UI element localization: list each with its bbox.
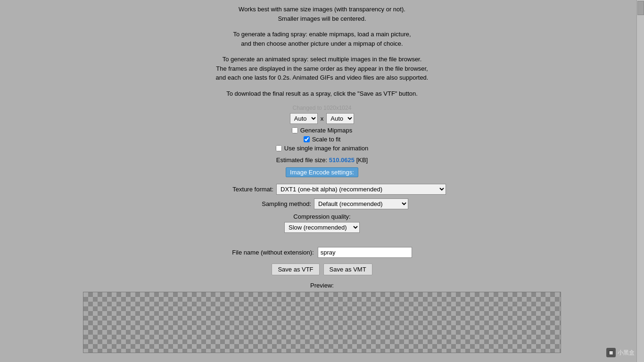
single-image-label: Use single image for animation <box>284 145 368 152</box>
watermark-icon: 🔲 <box>606 348 616 357</box>
info-line8: To download the final result as a spray,… <box>16 89 628 99</box>
estimated-row: Estimated file size: 510.0625 [KB] <box>16 156 628 164</box>
file-name-row: File name (without extension): <box>16 247 628 258</box>
file-name-label: File name (without extension): <box>232 249 314 256</box>
watermark: 🔲 小黑盒 <box>606 348 635 357</box>
scrollbar-thumb[interactable] <box>637 1 644 15</box>
generate-mipmaps-label: Generate Mipmaps <box>300 127 353 134</box>
scale-to-fit-checkbox[interactable] <box>304 136 310 142</box>
file-size-unit: [KB] <box>356 156 368 164</box>
preview-area <box>83 292 561 353</box>
save-vmt-button[interactable]: Save as VMT <box>323 263 372 275</box>
info-line3: To generate a fading spray: enable mipma… <box>16 30 628 39</box>
info-line6: The frames are displayed in the same ord… <box>16 64 628 74</box>
sampling-method-select[interactable]: Default (recommended) Point Bilinear Bic… <box>314 198 408 209</box>
texture-format-label: Texture format: <box>198 186 273 193</box>
single-image-row: Use single image for animation <box>16 145 628 152</box>
file-size-value: 510.0625 <box>329 156 355 164</box>
sampling-method-row: Sampling method: Default (recommended) P… <box>16 198 628 209</box>
compression-quality-label: Compression quality: <box>16 213 628 220</box>
info-line4: and then choose another picture under a … <box>16 39 628 49</box>
height-select[interactable]: Auto 16 32 64 128 256 512 1024 <box>326 113 354 124</box>
info-line5: To generate an animated spray: select mu… <box>16 55 628 64</box>
info-animated: To generate an animated spray: select mu… <box>16 55 628 82</box>
info-line1: Works best with same size images (with t… <box>16 5 628 14</box>
compression-section: Compression quality: Slow (recommended) … <box>16 213 628 233</box>
page-container: Works best with same size images (with t… <box>0 0 644 362</box>
file-name-input[interactable] <box>318 247 412 258</box>
info-block: Works best with same size images (with t… <box>16 5 628 23</box>
width-select[interactable]: Auto 16 32 64 128 256 512 1024 <box>290 113 318 124</box>
texture-format-select[interactable]: DXT1 (one-bit alpha) (recommended) DXT3 … <box>276 184 446 195</box>
watermark-text: 小黑盒 <box>618 349 635 357</box>
main-content: Works best with same size images (with t… <box>6 0 638 358</box>
changed-label: Changed to 1020x1024 <box>16 105 628 111</box>
generate-mipmaps-checkbox[interactable] <box>292 127 298 133</box>
info-line7: and each one lasts for 0.2s. Animated GI… <box>16 73 628 82</box>
info-fading: To generate a fading spray: enable mipma… <box>16 30 628 48</box>
sampling-method-label: Sampling method: <box>236 200 311 207</box>
save-vtf-button[interactable]: Save as VTF <box>272 263 319 275</box>
estimated-label: Estimated file size: <box>276 156 327 164</box>
texture-format-row: Texture format: DXT1 (one-bit alpha) (re… <box>16 184 628 195</box>
scale-to-fit-row: Scale to fit <box>16 136 628 143</box>
scrollbar[interactable] <box>636 0 644 362</box>
info-line2: Smaller images will be centered. <box>16 14 628 24</box>
x-separator: x <box>321 115 324 122</box>
encode-settings-button[interactable]: Image Encode settings: <box>286 167 358 177</box>
size-row: Auto 16 32 64 128 256 512 1024 x Auto 16… <box>16 113 628 124</box>
compression-quality-select[interactable]: Slow (recommended) Normal Fast <box>284 222 360 233</box>
buttons-row: Save as VTF Save as VMT <box>16 263 628 275</box>
generate-mipmaps-row: Generate Mipmaps <box>16 127 628 134</box>
info-download: To download the final result as a spray,… <box>16 89 628 99</box>
single-image-checkbox[interactable] <box>276 145 282 151</box>
scale-to-fit-label: Scale to fit <box>312 136 341 143</box>
preview-label: Preview: <box>16 282 628 289</box>
encode-settings-container: Image Encode settings: <box>16 167 628 184</box>
